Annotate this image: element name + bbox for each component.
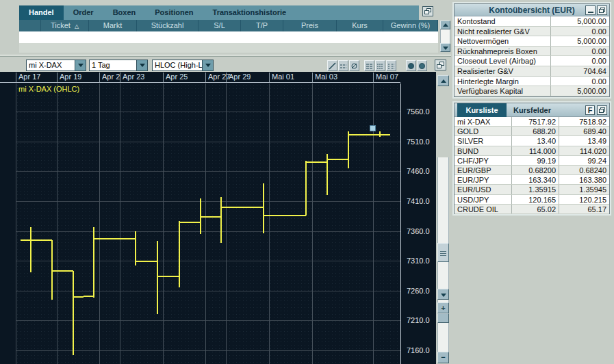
- account-row-value: 0.00: [551, 77, 609, 86]
- quote-instrument: CRUDE OIL: [455, 205, 512, 213]
- column-header-preis[interactable]: Preis: [283, 20, 337, 31]
- tab-order[interactable]: Order: [64, 5, 103, 20]
- account-row-label: Hinterlegte Margin: [455, 77, 551, 86]
- account-row: Nettovermögen5,000.00: [455, 36, 609, 47]
- account-overview-panel: Kontoübersicht (EUR) Kontostand5,000.00N…: [454, 3, 610, 97]
- quote-instrument: EUR/GBP: [455, 166, 512, 174]
- account-row-value: 5,000.00: [551, 36, 609, 46]
- horizontal-divider: [0, 55, 451, 57]
- column-header-ticket[interactable]: Ticket△: [41, 20, 89, 31]
- quote-row[interactable]: SILVER13.4013.49: [455, 136, 609, 146]
- quote-row[interactable]: EUR/GBP0.682000.68240: [455, 166, 609, 175]
- chart-panel-restore-button[interactable]: [435, 60, 446, 70]
- column-header-t-p[interactable]: T/P: [241, 20, 283, 31]
- ohlc-open-tick: [42, 239, 53, 241]
- tab-boxen[interactable]: Boxen: [103, 5, 146, 20]
- symbol-dropdown[interactable]: mi X-DAX: [26, 60, 86, 71]
- trade-scroll-up-button[interactable]: [440, 21, 450, 29]
- chart-scroll-up-button[interactable]: [437, 75, 449, 86]
- restore-button[interactable]: [597, 105, 607, 115]
- ohlc-close-tick: [306, 161, 317, 163]
- dropdown-arrow-button[interactable]: [202, 60, 213, 70]
- column-header-st-ckzahl[interactable]: Stückzahl: [137, 20, 199, 31]
- trade-scroll-down-button[interactable]: [440, 43, 450, 52]
- dropdown-arrow-button[interactable]: [75, 60, 86, 70]
- point-style-2-button[interactable]: [417, 60, 427, 71]
- ohlc-close-tick: [264, 215, 285, 216]
- tab-kursliste[interactable]: Kursliste: [457, 103, 507, 117]
- trade-scrollbar-thumb[interactable]: [440, 29, 450, 43]
- trade-panel-restore-button[interactable]: [422, 6, 433, 16]
- horizontal-lines-tool-button[interactable]: [338, 60, 348, 71]
- no-draw-tool-button[interactable]: [349, 60, 359, 71]
- quote-row[interactable]: EUR/JPY163.340163.380: [455, 175, 609, 185]
- point-style-1-button[interactable]: [406, 60, 416, 71]
- quote-row[interactable]: EUR/USD1.359151.35945: [455, 185, 609, 194]
- date-separator: [120, 73, 120, 82]
- series-label: mi X-DAX (OHLC): [18, 85, 79, 93]
- ohlc-open-tick: [190, 222, 201, 223]
- trend-line-tool-button[interactable]: [327, 60, 337, 71]
- chart-scroll-down-button[interactable]: [437, 289, 449, 300]
- tab-positionen[interactable]: Positionen: [145, 5, 203, 20]
- quote-row[interactable]: GOLD688.20689.40: [455, 127, 609, 136]
- chart-scrollbar-thumb[interactable]: [437, 243, 449, 262]
- column-header-s-l[interactable]: S/L: [199, 20, 241, 31]
- column-header-kurs[interactable]: Kurs: [337, 20, 383, 31]
- price-gridline: [16, 231, 400, 232]
- quote-row[interactable]: BUND114.000114.020: [455, 146, 609, 156]
- line-style-1-button[interactable]: [364, 60, 374, 71]
- date-gridline: [312, 83, 313, 364]
- account-row-label: Nicht realisierter G&V: [455, 27, 551, 36]
- tab-handel[interactable]: Handel: [19, 5, 64, 20]
- quote-instrument: mi X-DAX: [455, 117, 512, 126]
- price-gridline: [16, 171, 400, 172]
- ohlc-bar: [348, 131, 349, 168]
- chart-zoom-out-button[interactable]: −: [437, 352, 449, 363]
- ohlc-bar: [73, 271, 74, 355]
- account-row-value: 0.00: [551, 47, 609, 56]
- ohlc-open-tick: [84, 296, 94, 297]
- line-style-2-button[interactable]: [375, 60, 385, 71]
- ohlc-close-tick: [179, 222, 190, 223]
- period-dropdown[interactable]: 1 Tag: [89, 60, 148, 71]
- quote-instrument: BUND: [455, 146, 512, 155]
- account-row-label: Closeout Level (Airbag): [455, 56, 551, 66]
- quote-list-f-button[interactable]: F: [585, 105, 595, 115]
- ohlc-close-tick: [348, 134, 364, 135]
- line-style-3-button[interactable]: [386, 60, 396, 71]
- quote-row[interactable]: mi X-DAX7517.927518.92: [455, 117, 609, 127]
- account-row: Closeout Level (Airbag)0.00: [455, 56, 609, 66]
- column-header-gewinn-[interactable]: Gewinn (%): [383, 20, 438, 31]
- chart-zoom-track[interactable]: [437, 323, 449, 352]
- column-header-blank[interactable]: [19, 20, 41, 31]
- ohlc-bar: [179, 221, 180, 288]
- account-row: Rücknahmepreis Boxen0.00: [455, 47, 609, 57]
- quote-row[interactable]: CHF/JPY99.1999.24: [455, 156, 609, 166]
- date-axis-label: Apr 25: [166, 73, 188, 81]
- column-header-markt[interactable]: Markt: [89, 20, 137, 31]
- price-marker-handle[interactable]: [370, 125, 376, 131]
- tab-transaktionshistorie[interactable]: Transaktionshistorie: [203, 5, 296, 20]
- chevron-down-icon: [205, 64, 211, 67]
- quote-row[interactable]: USD/JPY120.165120.215: [455, 195, 609, 205]
- minimize-button[interactable]: [585, 5, 596, 15]
- price-axis-label: 7460.0: [407, 167, 434, 175]
- restore-button[interactable]: [597, 5, 607, 15]
- trade-table-body: [19, 31, 438, 43]
- quote-ask: 7518.92: [559, 117, 609, 126]
- chart-zoom-thumb[interactable]: [437, 313, 449, 323]
- restore-icon: [435, 60, 446, 70]
- quote-row[interactable]: CRUDE OIL65.0265.17: [455, 205, 609, 214]
- date-gridline: [269, 83, 270, 364]
- ohlc-open-tick: [21, 239, 31, 241]
- chart-zoom-in-button[interactable]: +: [437, 302, 449, 313]
- chart-type-dropdown[interactable]: HLOC (High-Low): [152, 60, 214, 71]
- restore-icon: [598, 106, 606, 114]
- tab-kursfelder[interactable]: Kursfelder: [513, 103, 551, 117]
- price-axis-label: 7260.0: [407, 287, 434, 295]
- dropdown-arrow-button[interactable]: [136, 60, 147, 70]
- chart-plot-area[interactable]: mi X-DAX (OHLC): [16, 83, 400, 364]
- date-axis-label: Apr 29: [229, 73, 251, 81]
- ohlc-close-tick: [157, 276, 168, 277]
